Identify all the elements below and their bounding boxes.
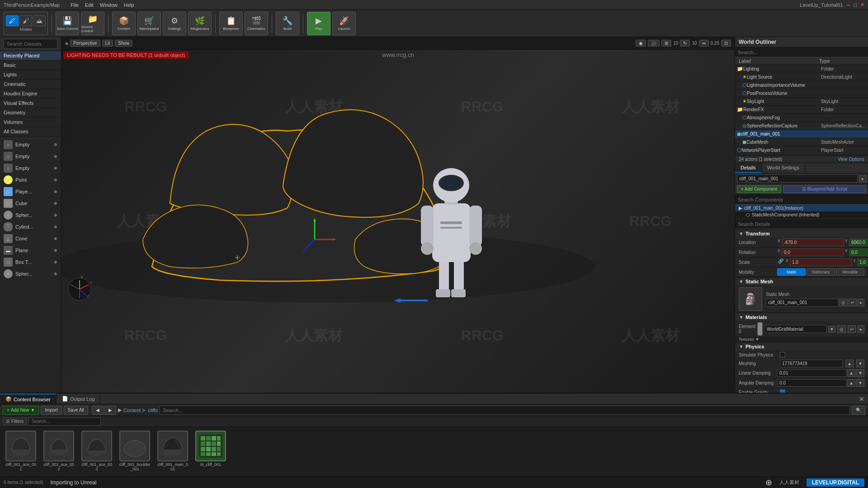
launch-btn[interactable]: 🚀 Launch xyxy=(332,12,356,35)
scale-x-input[interactable] xyxy=(790,258,852,266)
nav-forward-btn[interactable]: ▶ xyxy=(104,406,116,415)
settings-btn[interactable]: ⚙ Settings xyxy=(163,12,186,35)
marketplace-btn[interactable]: 🛒 Marketplace xyxy=(137,12,161,35)
table-row[interactable]: ⬡ PostProcessVolume xyxy=(735,89,868,98)
menu-file[interactable]: File xyxy=(71,2,79,8)
tab-output-log[interactable]: 📄 Output Log xyxy=(57,394,100,404)
list-item[interactable]: ○ Spher...⊕ xyxy=(0,209,61,221)
rotate-snap-btn[interactable]: ↻ xyxy=(680,40,690,47)
houdini-category[interactable]: Houdini Engine xyxy=(0,89,61,99)
tab-details[interactable]: Details xyxy=(735,163,762,173)
content-btn[interactable]: 📦 Content xyxy=(112,12,136,35)
save-all-btn[interactable]: Save All xyxy=(64,406,88,415)
menu-window[interactable]: Window xyxy=(100,2,118,8)
scale-y-input[interactable] xyxy=(857,258,868,266)
lit-btn[interactable]: Lit xyxy=(102,40,113,47)
static-mesh-header[interactable]: ▼ Static Mesh xyxy=(735,277,868,286)
table-row[interactable]: ⬡ AtmosphericFog xyxy=(735,114,868,122)
scale-snap-btn[interactable]: ⇔ xyxy=(699,40,709,47)
location-x-input[interactable] xyxy=(782,239,844,246)
recently-placed-category[interactable]: Recently Placed xyxy=(0,51,61,61)
reset-mesh-btn[interactable]: ↩ xyxy=(849,299,857,306)
lock-icon[interactable]: 🔗 xyxy=(777,258,784,266)
menu-help[interactable]: Help xyxy=(124,2,134,8)
materials-header[interactable]: ▼ Materials xyxy=(735,313,868,321)
build-btn[interactable]: 🔧 Build xyxy=(276,12,299,35)
movable-btn[interactable]: Movable xyxy=(836,268,864,276)
add-component-btn[interactable]: + Add Component xyxy=(737,185,781,193)
angular-damping-input[interactable] xyxy=(777,379,846,387)
import-btn[interactable]: Import xyxy=(41,406,61,415)
list-item[interactable]: △ Cone⊕ xyxy=(0,233,61,244)
angular-damp-down[interactable]: ▼ xyxy=(856,379,864,387)
details-search-input[interactable] xyxy=(735,219,868,229)
linear-damping-input[interactable] xyxy=(777,369,846,377)
list-item[interactable]: cliff_001_ace_001 xyxy=(4,431,38,471)
table-row[interactable]: ◼ cliff_001_main_001 xyxy=(735,130,868,138)
stationary-btn[interactable]: Stationary xyxy=(807,268,835,276)
camera-speed-btn[interactable]: 🎥 xyxy=(648,40,660,47)
component-static-mesh-item[interactable]: ⬡ StaticMeshComponent (Inherited) xyxy=(735,211,868,218)
megascans-btn[interactable]: 🌿 Megascans xyxy=(188,12,212,35)
add-new-btn[interactable]: + Add New ▼ xyxy=(3,406,39,415)
lights-category[interactable]: Lights xyxy=(0,70,61,80)
list-item[interactable]: ○ Spher...⊕ xyxy=(0,268,61,280)
list-item[interactable]: □ Box T...⊕ xyxy=(0,256,61,268)
close-btn[interactable]: ✕ xyxy=(860,2,864,8)
list-item[interactable]: cliff_001_ace_002 xyxy=(42,431,76,471)
all-classes-category[interactable]: All Classes xyxy=(0,127,61,136)
minimize-btn[interactable]: ─ xyxy=(847,2,850,8)
material-name-input[interactable] xyxy=(764,325,826,333)
material-dropdown-btn[interactable]: ▼ xyxy=(828,326,835,333)
content-search-btn[interactable]: 🔍 xyxy=(852,406,865,415)
meshing-spin-down[interactable]: ▼ xyxy=(856,360,864,367)
reset-material-btn[interactable]: ↩ xyxy=(848,325,856,333)
enable-gravity-checkbox[interactable] xyxy=(780,389,785,393)
breadcrumb-content[interactable]: Content xyxy=(123,408,141,413)
view-options-btn[interactable]: View Options xyxy=(838,157,864,162)
menu-edit[interactable]: Edit xyxy=(85,2,94,8)
search-classes-input[interactable] xyxy=(4,39,57,49)
list-item[interactable]: ○ Empty⊕ xyxy=(0,162,61,174)
blueprint-add-script-btn[interactable]: ☰ Blueprint/Add Script xyxy=(783,185,866,193)
table-row[interactable]: ◎ SphereReflectionCapture SphereReflecti… xyxy=(735,122,868,130)
transform-section-header[interactable]: ▼ Transform xyxy=(735,230,868,238)
cinematics-btn[interactable]: 🎬 Cinematics xyxy=(245,12,268,35)
view-options-btn[interactable]: ⊡ xyxy=(721,40,731,47)
browse-material-btn[interactable]: ◎ xyxy=(837,325,846,333)
object-name-input[interactable] xyxy=(737,174,858,183)
table-row[interactable]: ⬡ NetworkPlayerStart PlayerStart xyxy=(735,146,868,155)
component-root-item[interactable]: ▶ cliff_001_main_001(Instance) xyxy=(735,205,868,211)
tab-content-browser[interactable]: 📦 Content Browser xyxy=(0,394,57,404)
table-row[interactable]: ◼ CubeMesh StaticMeshActor xyxy=(735,138,868,146)
list-item[interactable]: • Point⊕ xyxy=(0,174,61,186)
basic-category[interactable]: Basic xyxy=(0,61,61,70)
save-current-btn[interactable]: 💾 Save Current xyxy=(56,12,79,35)
list-item[interactable]: cliff_001_main_001 xyxy=(156,431,190,471)
source-control-btn[interactable]: 📁 Source Control xyxy=(81,12,104,35)
content-search-input[interactable] xyxy=(160,406,850,415)
component-search-input[interactable] xyxy=(735,195,868,205)
bottom-panel-close-btn[interactable]: ✕ xyxy=(859,395,864,403)
browse-mesh-btn[interactable]: ◎ xyxy=(839,299,848,306)
main-viewport[interactable]: www.rrcg.cn LIGHTING NEEDS TO BE REBUILT… xyxy=(61,50,735,393)
angular-damp-up[interactable]: ▲ xyxy=(847,379,855,387)
use-material-btn[interactable]: ▸ xyxy=(858,325,864,333)
landscape-mode-btn[interactable]: ⛰ xyxy=(33,15,46,26)
volumes-category[interactable]: Volumes xyxy=(0,117,61,127)
table-row[interactable]: ☀ SkyLight SkyLight xyxy=(735,98,868,106)
linear-damp-up[interactable]: ▲ xyxy=(847,369,855,377)
grid-snap-btn[interactable]: ⊞ xyxy=(661,40,671,47)
simulate-physics-checkbox[interactable] xyxy=(780,352,785,357)
nav-back-btn[interactable]: ◀ xyxy=(92,406,104,415)
static-mesh-name-input[interactable] xyxy=(766,299,838,307)
blueprints-btn[interactable]: 📋 Blueprints xyxy=(219,12,243,35)
list-item[interactable]: M_cliff_001 xyxy=(193,431,228,467)
breadcrumb-cliffs[interactable]: cliffs xyxy=(148,408,158,413)
list-item[interactable]: ⌒ Cylind...⊕ xyxy=(0,221,61,233)
cinematic-category[interactable]: Cinematic xyxy=(0,80,61,89)
geometry-category[interactable]: Geometry xyxy=(0,108,61,117)
list-item[interactable]: cliff_001_boulder_001 xyxy=(118,431,152,471)
list-item[interactable]: ▬ Plane⊕ xyxy=(0,244,61,256)
table-row[interactable]: ⬡ LightmassImportanceVolume xyxy=(735,81,868,89)
